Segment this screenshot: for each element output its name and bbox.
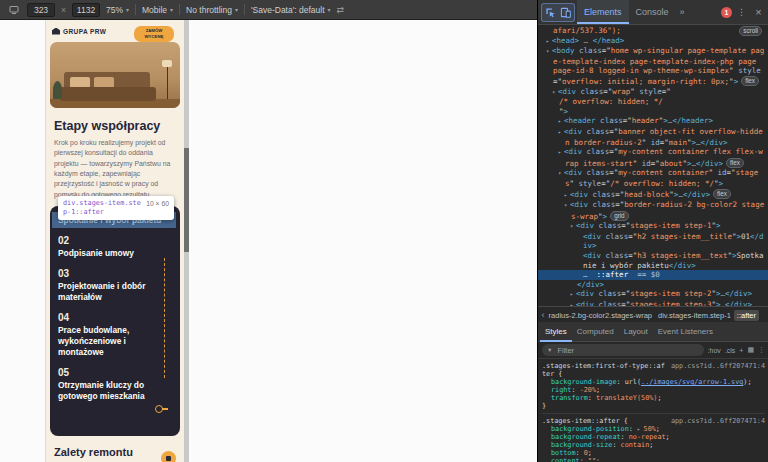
css-declaration[interactable]: background-repeat: no-repeat; — [542, 433, 765, 441]
scroll-badge[interactable]: scroll — [739, 26, 762, 36]
tree-line[interactable]: ▸<div class="my-content container flex f… — [538, 147, 768, 168]
tree-line[interactable]: ▸<div class="banner object-fit overflow-… — [538, 127, 768, 147]
inspect-element-icon[interactable] — [543, 5, 558, 20]
css-selector-line[interactable]: app.css?id..6ff207471:4.stages-item:firs… — [542, 362, 765, 378]
flex-badge[interactable]: flex — [713, 189, 731, 199]
code-token: =" — [609, 147, 618, 156]
filter-action[interactable]: :hov — [708, 347, 721, 354]
tab-console[interactable]: Console — [629, 0, 676, 24]
code-token: </div> — [577, 280, 604, 289]
breadcrumb-item[interactable]: radius-2.bg-color2.stages-wrap — [548, 310, 655, 321]
css-selector-line[interactable]: app.css?id..6ff207471:4.stages-item::aft… — [542, 417, 765, 425]
tab-elements[interactable]: Elements — [577, 0, 629, 24]
code-token: ; — [588, 449, 592, 457]
viewport-scrollbar[interactable] — [184, 20, 189, 462]
device-type-icon[interactable] — [6, 2, 21, 17]
code-token: class — [582, 147, 609, 156]
site-logo[interactable]: GRUPA PRW — [52, 28, 106, 35]
code-token: ; — [596, 386, 600, 394]
chevron-down-icon: ▾ — [235, 6, 238, 13]
tree-line[interactable]: </div> — [538, 280, 768, 290]
tree-line[interactable]: ▸<div class="head-block">…</div>flex — [538, 189, 768, 201]
sidebar-tab-styles[interactable]: Styles — [540, 322, 572, 342]
tree-line[interactable]: ▾<div class="stages-item step-1"> — [538, 221, 768, 232]
code-token: <div — [570, 200, 588, 209]
filter-action[interactable]: + — [739, 347, 743, 354]
tree-line[interactable]: … ::after == $0 — [538, 270, 768, 280]
tree-line[interactable]: <div class="h3 stages-item__text">Spotka… — [538, 251, 768, 270]
sidebar-tab-computed[interactable]: Computed — [572, 322, 619, 342]
sidebar-tab-layout[interactable]: Layout — [619, 322, 653, 342]
flex-badge[interactable]: flex — [726, 158, 744, 168]
filter-action[interactable]: ▦ — [747, 346, 754, 354]
device-canvas: GRUPA PRW ZAMÓW WYCENĘ Etapy współpracy — [0, 20, 537, 462]
code-token: =" — [621, 221, 630, 230]
stylesheet-link[interactable]: app.css?id..6ff207471:4 — [671, 417, 765, 425]
more-tabs-icon[interactable]: » — [678, 7, 687, 17]
zoom-select[interactable]: 75% ▾ — [106, 5, 129, 15]
viewport-height-input[interactable] — [72, 3, 100, 17]
filter-action[interactable]: .cls — [725, 347, 736, 354]
tree-line[interactable]: /* overflow: hidden; */ — [538, 97, 768, 107]
filter-action[interactable]: ⋮ — [758, 346, 765, 354]
sidebar-tab-event-listeners[interactable]: Event Listeners — [653, 322, 718, 342]
filter-actions: :hov.cls+▦⋮ — [708, 346, 765, 354]
code-token: ; — [666, 433, 670, 441]
step-number: 05 — [58, 367, 162, 378]
tree-line[interactable]: ▸<div class="stages-item step-2">…</div> — [538, 289, 768, 300]
code-token: <div — [564, 147, 582, 156]
css-declaration[interactable]: bottom: 0; — [542, 449, 765, 457]
css-rule: app.css?id..6ff207471:4.stages-item:firs… — [542, 362, 765, 414]
scrollbar-thumb[interactable] — [184, 148, 189, 252]
css-declaration[interactable]: background-size: contain; — [542, 441, 765, 449]
save-data-select[interactable]: 'Save-Data': default ▾ — [251, 5, 331, 15]
css-resource-link[interactable]: ../images/svg/arrow-1.svg — [641, 378, 743, 386]
code-token: afari/537.36"); — [553, 26, 621, 35]
device-mode-select[interactable]: Mobile ▾ — [142, 5, 173, 15]
breadcrumb-scroll-left-icon[interactable]: ‹ — [538, 310, 548, 320]
kebab-menu-icon[interactable]: ⋮ — [734, 5, 749, 20]
error-count-badge[interactable]: 1 — [721, 7, 732, 18]
viewport-width-input[interactable] — [27, 3, 55, 17]
throttling-value: No throttling — [186, 5, 232, 15]
step-label: Podpisanie umowy — [58, 248, 162, 259]
css-declaration[interactable]: background-position: ▸ 50%; — [542, 425, 765, 433]
close-devtools-icon[interactable]: × — [751, 5, 766, 20]
expand-shorthand-icon[interactable]: ▸ — [637, 426, 644, 432]
breadcrumb-item[interactable]: ::after — [734, 310, 759, 321]
code-token: class — [601, 232, 628, 241]
tree-line[interactable]: <div class="h2 stages-item__title">01</d… — [538, 232, 768, 251]
code-token: class — [601, 251, 628, 260]
breadcrumb-bar: ‹ radius-2.bg-color2.stages-wrapdiv.stag… — [538, 306, 768, 323]
breadcrumb-item[interactable]: div.stages-item.step-1 — [655, 310, 734, 321]
rotate-viewport-icon[interactable]: ⇄ — [337, 5, 345, 15]
code-token: =" — [553, 77, 562, 86]
tree-line[interactable]: ▸<header class="header">…</header> — [538, 116, 768, 127]
tree-line[interactable]: ▾<div class="border-radius-2 bg-color2 s… — [538, 200, 768, 221]
tree-line[interactable]: ▾<body class="home wp-singular page-temp… — [538, 46, 768, 86]
css-value: url( — [625, 378, 641, 386]
hero-lamp-shape — [167, 65, 168, 99]
css-declaration[interactable]: right: -20%; — [542, 386, 765, 394]
css-declaration[interactable]: transform: translateY(50%); — [542, 394, 765, 402]
tree-line[interactable]: "> — [538, 107, 768, 117]
tree-line[interactable]: ▾<div class="wrap" style=" — [538, 87, 768, 98]
grid-badge[interactable]: grid — [610, 211, 629, 221]
flex-badge[interactable]: flex — [741, 76, 759, 86]
order-quote-button[interactable]: ZAMÓW WYCENĘ — [134, 26, 174, 42]
stylesheet-link[interactable]: app.css?id..6ff207471:4 — [671, 362, 765, 370]
code-token: <div — [583, 232, 601, 241]
css-declaration[interactable]: content: ""; — [542, 457, 765, 462]
styles-filter-input[interactable] — [555, 345, 698, 356]
tree-line[interactable]: ▸<head> … </head> — [538, 36, 768, 47]
tree-line[interactable]: ▾<div class="my-content container" id="s… — [538, 168, 768, 188]
tree-line[interactable]: scrollafari/537.36"); — [538, 26, 768, 36]
code-token: : — [616, 378, 624, 386]
sidebar-tabs: StylesComputedLayoutEvent Listeners — [538, 322, 768, 342]
throttling-select[interactable]: No throttling ▾ — [186, 5, 238, 15]
css-declaration[interactable]: background-image: url(../images/svg/arro… — [542, 378, 765, 386]
code-token: class — [576, 87, 603, 96]
filter-input-wrap[interactable]: ▼ — [542, 344, 704, 356]
device-toolbar-toggle-icon[interactable] — [558, 5, 573, 20]
css-selector: .stages-item::after — [542, 417, 620, 425]
